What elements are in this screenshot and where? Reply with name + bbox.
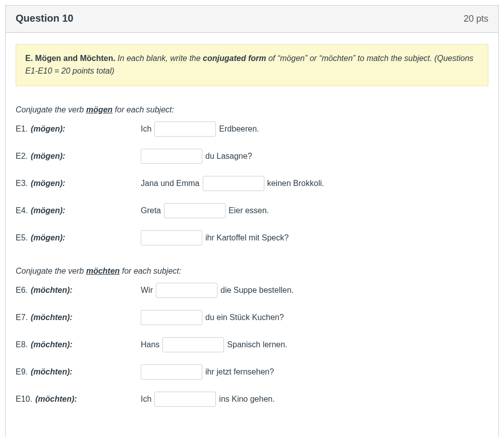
question-container: Question 10 20 pts E. Mögen and Möchten.… <box>5 5 499 437</box>
intro-text-after: for each subject: <box>113 105 174 114</box>
section-intro: Conjugate the verb mögen for each subjec… <box>16 105 488 114</box>
question-row: E5.(mögen):ihr Kartoffel mit Speck? <box>16 230 488 245</box>
row-verb-hint: (möchten): <box>31 367 73 377</box>
sentence: GretaEier essen. <box>141 203 269 218</box>
sentence-post: du Lasagne? <box>205 152 252 161</box>
answer-input[interactable] <box>203 176 264 191</box>
row-verb-hint: (mögen): <box>31 152 65 161</box>
question-row: E4.(mögen):GretaEier essen. <box>16 203 488 218</box>
row-label: E7.(möchten): <box>16 313 141 322</box>
intro-text-after: for each subject: <box>120 267 181 275</box>
sentence-post: ihr jetzt fernsehen? <box>205 367 274 377</box>
row-label: E6.(möchten): <box>16 286 141 295</box>
sentence-post: Spanisch lernen. <box>227 340 287 349</box>
sentence-pre: Greta <box>141 206 161 215</box>
row-label: E10.(möchten): <box>16 395 141 404</box>
sentence: Ichins Kino gehen. <box>141 392 275 407</box>
row-verb-hint: (mögen): <box>31 233 65 242</box>
intro-text-before: Conjugate the verb <box>16 105 86 114</box>
sentence: HansSpanisch lernen. <box>141 337 288 352</box>
row-label: E5.(mögen): <box>16 233 141 242</box>
sentence: ihr Kartoffel mit Speck? <box>141 230 289 245</box>
row-label: E2.(mögen): <box>16 152 141 161</box>
question-row: E8.(möchten):HansSpanisch lernen. <box>16 337 488 352</box>
question-row: E3.(mögen):Jana und Emmakeinen Brokkoli. <box>16 176 488 191</box>
row-verb-hint: (möchten): <box>31 313 73 322</box>
sentence-post: ins Kino gehen. <box>219 395 274 404</box>
sentence-post: Erdbeeren. <box>219 124 259 134</box>
row-number: E9. <box>16 367 28 377</box>
intro-text-before: Conjugate the verb <box>16 267 86 275</box>
answer-input[interactable] <box>141 149 202 164</box>
row-label: E8.(möchten): <box>16 340 141 349</box>
question-header: Question 10 20 pts <box>6 6 498 33</box>
question-group: Conjugate the verb möchten for each subj… <box>16 267 488 407</box>
row-verb-hint: (mögen): <box>31 206 65 215</box>
intro-verb: möchten <box>86 267 120 275</box>
sentence: ihr jetzt fernsehen? <box>141 364 274 380</box>
question-row: E1.(mögen):IchErdbeeren. <box>16 121 488 137</box>
row-number: E5. <box>16 233 28 242</box>
sentence-post: du ein Stück Kuchen? <box>205 313 284 322</box>
question-group: Conjugate the verb mögen for each subjec… <box>16 105 488 245</box>
row-number: E2. <box>16 152 28 161</box>
row-label: E9.(möchten): <box>16 367 141 377</box>
question-row: E6.(möchten):Wirdie Suppe bestellen. <box>16 283 488 298</box>
sentence-pre: Ich <box>141 395 151 404</box>
answer-input[interactable] <box>156 283 217 298</box>
sentence: IchErdbeeren. <box>141 121 259 137</box>
row-number: E4. <box>16 206 28 215</box>
question-row: E7.(möchten):du ein Stück Kuchen? <box>16 310 488 325</box>
question-points: 20 pts <box>464 14 488 24</box>
question-row: E2.(mögen):du Lasagne? <box>16 149 488 164</box>
answer-input[interactable] <box>141 230 202 245</box>
answer-input[interactable] <box>141 364 202 380</box>
answer-input[interactable] <box>162 337 224 352</box>
sentence-pre: Jana und Emma <box>141 179 200 188</box>
instructions-bold: conjugated form <box>203 54 266 63</box>
row-number: E7. <box>16 313 28 322</box>
row-label: E4.(mögen): <box>16 206 141 215</box>
sentence-post: Eier essen. <box>229 206 269 215</box>
row-label: E1.(mögen): <box>16 124 141 134</box>
intro-verb: mögen <box>86 105 113 114</box>
instructions-text-1: In each blank, write the <box>116 54 203 63</box>
sentence: du ein Stück Kuchen? <box>141 310 284 325</box>
sentence-post: keinen Brokkoli. <box>267 179 324 188</box>
row-verb-hint: (mögen): <box>31 124 65 134</box>
sentence: Jana und Emmakeinen Brokkoli. <box>141 176 324 191</box>
instructions-lead: E. Mögen and Möchten. <box>25 54 116 63</box>
sentence-post: ihr Kartoffel mit Speck? <box>205 233 289 242</box>
answer-input[interactable] <box>154 121 216 137</box>
sentence: du Lasagne? <box>141 149 252 164</box>
question-row: E9.(möchten):ihr jetzt fernsehen? <box>16 364 488 380</box>
question-body: E. Mögen and Möchten. In each blank, wri… <box>6 33 498 437</box>
sentence-pre: Ich <box>141 124 151 134</box>
sentence: Wirdie Suppe bestellen. <box>141 283 294 298</box>
question-row: E10.(möchten):Ichins Kino gehen. <box>16 392 488 407</box>
answer-input[interactable] <box>164 203 226 218</box>
question-title: Question 10 <box>16 13 73 24</box>
answer-input[interactable] <box>141 310 202 325</box>
instructions-box: E. Mögen and Möchten. In each blank, wri… <box>16 44 488 86</box>
row-verb-hint: (mögen): <box>31 179 65 188</box>
sentence-pre: Hans <box>141 340 159 349</box>
row-number: E10. <box>16 395 32 404</box>
row-verb-hint: (möchten): <box>31 286 73 295</box>
row-verb-hint: (möchten): <box>35 395 77 404</box>
row-label: E3.(mögen): <box>16 179 141 188</box>
row-number: E8. <box>16 340 28 349</box>
sentence-pre: Wir <box>141 286 153 295</box>
row-number: E1. <box>16 124 28 134</box>
row-number: E6. <box>16 286 28 295</box>
sentence-post: die Suppe bestellen. <box>220 286 294 295</box>
row-verb-hint: (möchten): <box>31 340 73 349</box>
row-number: E3. <box>16 179 28 188</box>
section-intro: Conjugate the verb möchten for each subj… <box>16 267 488 276</box>
answer-input[interactable] <box>154 392 216 407</box>
